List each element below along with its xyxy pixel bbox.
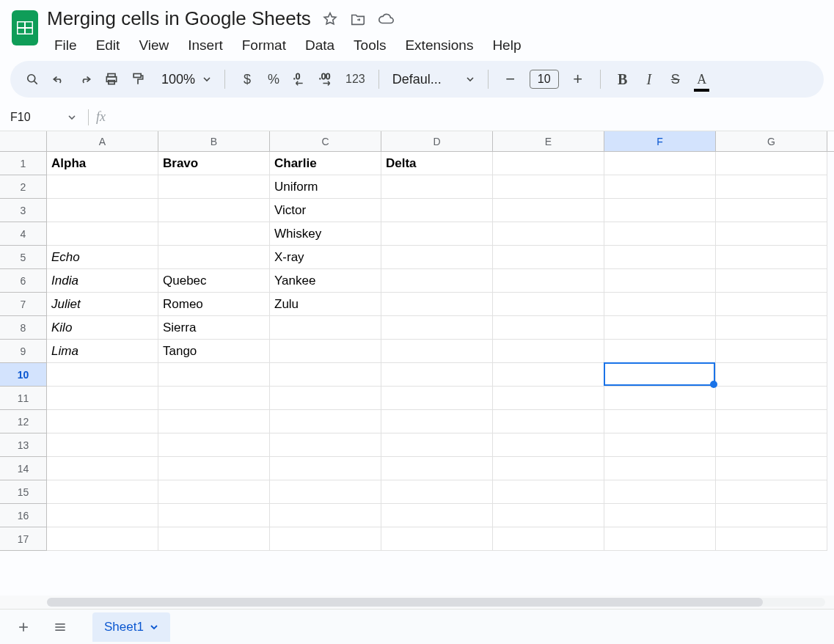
cell-C6[interactable]: Yankee — [270, 269, 381, 293]
bold-button[interactable]: B — [611, 67, 634, 91]
decrease-font-size-button[interactable]: − — [499, 67, 522, 91]
sheets-logo[interactable] — [10, 9, 40, 47]
cell-B3[interactable] — [158, 199, 270, 222]
cell-C2[interactable]: Uniform — [270, 175, 381, 199]
cell-A3[interactable] — [47, 199, 158, 222]
cell-A16[interactable] — [47, 504, 158, 527]
cell-A9[interactable]: Lima — [47, 340, 158, 363]
cell-A11[interactable] — [47, 387, 158, 410]
cell-C1[interactable]: Charlie — [270, 152, 381, 175]
row-header-10[interactable]: 10 — [0, 363, 47, 387]
cell-F9[interactable] — [604, 340, 716, 363]
cell-D10[interactable] — [381, 363, 493, 387]
sheet-tab-active[interactable]: Sheet1 — [92, 612, 170, 642]
cell-C14[interactable] — [270, 457, 381, 480]
cell-B4[interactable] — [158, 222, 270, 246]
row-header-3[interactable]: 3 — [0, 199, 47, 222]
cell-C11[interactable] — [270, 387, 381, 410]
cell-F17[interactable] — [604, 527, 716, 551]
cell-F6[interactable] — [604, 269, 716, 293]
text-color-button[interactable]: A — [690, 67, 714, 91]
cell-E7[interactable] — [493, 293, 604, 316]
menu-edit[interactable]: Edit — [89, 34, 128, 56]
cell-E12[interactable] — [493, 410, 604, 433]
horizontal-scrollbar[interactable] — [47, 598, 825, 607]
move-to-folder-icon[interactable] — [349, 10, 367, 28]
cell-C4[interactable]: Whiskey — [270, 222, 381, 246]
cell-C13[interactable] — [270, 433, 381, 457]
menu-tools[interactable]: Tools — [346, 34, 393, 56]
cell-D4[interactable] — [381, 222, 493, 246]
column-header-E[interactable]: E — [493, 131, 604, 151]
cell-F14[interactable] — [604, 457, 716, 480]
print-button[interactable] — [100, 67, 123, 91]
cell-F16[interactable] — [604, 504, 716, 527]
cell-F7[interactable] — [604, 293, 716, 316]
cell-D5[interactable] — [381, 246, 493, 269]
all-sheets-button[interactable] — [47, 614, 73, 640]
cell-G13[interactable] — [716, 433, 827, 457]
cell-C16[interactable] — [270, 504, 381, 527]
cell-B6[interactable]: Quebec — [158, 269, 270, 293]
cell-G1[interactable] — [716, 152, 827, 175]
cell-D17[interactable] — [381, 527, 493, 551]
cell-F2[interactable] — [604, 175, 716, 199]
cell-D7[interactable] — [381, 293, 493, 316]
cell-A7[interactable]: Juliet — [47, 293, 158, 316]
cell-G8[interactable] — [716, 316, 827, 340]
cell-G17[interactable] — [716, 527, 827, 551]
cell-C17[interactable] — [270, 527, 381, 551]
star-icon[interactable] — [321, 10, 339, 28]
row-header-2[interactable]: 2 — [0, 175, 47, 199]
decrease-decimal-button[interactable]: .0 — [288, 67, 312, 91]
column-header-G[interactable]: G — [716, 131, 827, 151]
row-header-16[interactable]: 16 — [0, 504, 47, 527]
cell-A5[interactable]: Echo — [47, 246, 158, 269]
strikethrough-button[interactable]: S — [664, 67, 687, 91]
cell-B16[interactable] — [158, 504, 270, 527]
cell-A8[interactable]: Kilo — [47, 316, 158, 340]
cell-E13[interactable] — [493, 433, 604, 457]
row-header-1[interactable]: 1 — [0, 152, 47, 175]
row-header-9[interactable]: 9 — [0, 340, 47, 363]
cell-D3[interactable] — [381, 199, 493, 222]
cell-E16[interactable] — [493, 504, 604, 527]
cell-G3[interactable] — [716, 199, 827, 222]
row-header-7[interactable]: 7 — [0, 293, 47, 316]
row-header-17[interactable]: 17 — [0, 527, 47, 551]
cell-C5[interactable]: X-ray — [270, 246, 381, 269]
cell-F10[interactable] — [604, 363, 716, 387]
row-header-11[interactable]: 11 — [0, 387, 47, 410]
document-title[interactable]: Merging cells in Google Sheets — [47, 7, 311, 30]
format-currency-button[interactable]: $ — [235, 67, 259, 91]
italic-button[interactable]: I — [637, 67, 661, 91]
column-header-C[interactable]: C — [270, 131, 381, 151]
cell-A15[interactable] — [47, 480, 158, 504]
cell-E10[interactable] — [493, 363, 604, 387]
undo-button[interactable] — [47, 67, 70, 91]
cell-F3[interactable] — [604, 199, 716, 222]
cell-B11[interactable] — [158, 387, 270, 410]
cell-A4[interactable] — [47, 222, 158, 246]
cell-G12[interactable] — [716, 410, 827, 433]
cell-F5[interactable] — [604, 246, 716, 269]
cloud-status-icon[interactable] — [377, 10, 395, 28]
cell-A1[interactable]: Alpha — [47, 152, 158, 175]
column-header-A[interactable]: A — [47, 131, 158, 151]
menu-view[interactable]: View — [131, 34, 176, 56]
paint-format-button[interactable] — [126, 67, 150, 91]
cell-B7[interactable]: Romeo — [158, 293, 270, 316]
cell-E1[interactable] — [493, 152, 604, 175]
cell-F8[interactable] — [604, 316, 716, 340]
increase-font-size-button[interactable]: + — [566, 67, 590, 91]
cell-B5[interactable] — [158, 246, 270, 269]
add-sheet-button[interactable] — [10, 614, 37, 640]
cell-F15[interactable] — [604, 480, 716, 504]
row-header-14[interactable]: 14 — [0, 457, 47, 480]
cell-F13[interactable] — [604, 433, 716, 457]
row-header-6[interactable]: 6 — [0, 269, 47, 293]
select-all-corner[interactable] — [0, 131, 47, 151]
menu-data[interactable]: Data — [298, 34, 342, 56]
cell-D12[interactable] — [381, 410, 493, 433]
row-header-12[interactable]: 12 — [0, 410, 47, 433]
